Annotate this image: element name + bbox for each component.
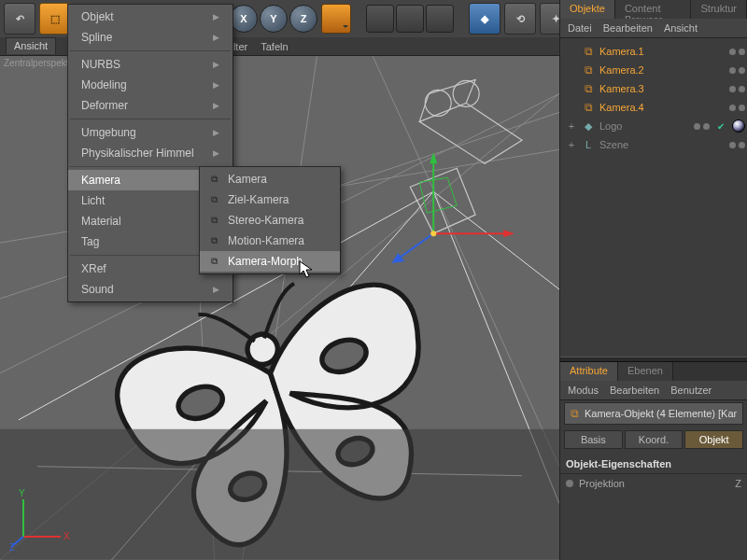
prop-bullet-icon [566,480,573,487]
svg-rect-26 [0,429,559,560]
attr-tab-basis[interactable]: Basis [564,430,623,449]
tree-item-label: Szene [599,139,726,150]
material-tag-icon[interactable] [732,119,745,133]
visibility-dots[interactable] [729,105,745,111]
prop-projektion-row: Projektion Z [560,474,747,493]
obj-menu-bearbeiten[interactable]: Bearbeiten [603,22,653,34]
render-view-button[interactable] [366,5,394,33]
attr-header: ⧉ Kamera-Objekt (4 Elemente) [Kamera] [564,402,743,425]
axis-gizmo: X Y Z [9,485,75,551]
camera-icon: ⧉ [581,101,596,114]
camera-icon: ⧉ [205,254,222,269]
visibility-dots[interactable] [729,49,745,55]
camera-icon: ⧉ [581,45,596,58]
attr-menu-benutzer[interactable]: Benutzer [670,385,712,396]
camera-icon: ⧉ [205,172,222,187]
object-tree[interactable]: ⧉Kamera.1⧉Kamera.2⧉Kamera.3⧉Kamera.4+◆Lo… [560,38,747,158]
axis-x-button[interactable]: X [230,5,258,33]
menu-item-nurbs[interactable]: NURBS▶ [68,54,233,75]
attr-section-title: Objekt-Eigenschaften [560,455,747,474]
prop-projektion-label: Projektion [579,478,625,489]
tree-item-label: Kamera.4 [599,102,726,113]
menu-item-modeling[interactable]: Modeling▶ [68,75,233,95]
attr-menubar: Modus Bearbeiten Benutzer [560,381,747,400]
expand-toggle[interactable]: + [566,120,577,132]
tool-live-select[interactable]: ⬚ [39,3,71,35]
object-manager-tabs: Objekte Content Browser Struktur [560,0,747,19]
visibility-dots[interactable] [729,67,745,74]
snap-button[interactable]: ⟲ [504,3,536,35]
render-settings-button[interactable] [396,5,424,33]
camera-icon: ⧉ [581,63,596,77]
right-panel: Objekte Content Browser Struktur Datei B… [559,0,747,560]
visibility-dots[interactable] [729,142,745,148]
svg-point-20 [430,231,436,236]
camera-icon: ⧉ [571,407,579,420]
submenu-item-kamera[interactable]: ⧉Kamera [200,169,340,189]
camera-icon: ⧉ [581,82,596,95]
viewport-tab-ansicht[interactable]: Ansicht [6,37,56,54]
attr-subtabs: Basis Koord. Objekt [564,430,743,449]
tab-struktur[interactable]: Struktur [691,0,747,19]
tab-content-browser[interactable]: Content Browser [615,0,692,19]
svg-point-12 [425,90,451,116]
primitive-cube-button[interactable] [321,4,351,34]
viewport-menu-tafeln[interactable]: Tafeln [261,41,288,52]
tab-attribute[interactable]: Attribute [560,362,618,381]
tree-item-label: Kamera.3 [599,83,726,94]
obj-menu-datei[interactable]: Datei [568,22,592,34]
scene-icon: L [581,138,596,151]
submenu-item-stereo-kamera[interactable]: ⧉Stereo-Kamera [200,210,340,231]
attr-menu-modus[interactable]: Modus [568,385,599,396]
menu-item-objekt[interactable]: Objekt▶ [68,7,233,27]
check-icon: ✔ [717,121,725,132]
axis-y-label: Y [19,488,25,498]
tab-objekte[interactable]: Objekte [560,0,615,19]
tree-row-kamera-2[interactable]: ⧉Kamera.2 [562,61,745,79]
tree-row-szene[interactable]: +LSzene [562,135,745,154]
attribute-manager: Attribute Ebenen Modus Bearbeiten Benutz… [560,362,747,561]
prop-projektion-value[interactable]: Z [735,478,741,489]
axis-z-label: Z [9,542,15,551]
submenu-item-ziel-kamera[interactable]: ⧉Ziel-Kamera [200,189,340,210]
menu-item-sound[interactable]: Sound▶ [68,279,233,300]
visibility-dots[interactable] [729,86,745,92]
axis-z-button[interactable]: Z [289,5,317,33]
menu-item-deformer[interactable]: Deformer▶ [68,95,233,116]
axis-x-label: X [63,531,70,541]
polygon-tool-button[interactable]: ◆ [469,3,500,35]
tree-row-kamera-3[interactable]: ⧉Kamera.3 [562,79,745,98]
tree-item-label: Kamera.1 [599,46,726,57]
camera-icon: ⧉ [205,213,222,228]
attr-menu-bearbeiten[interactable]: Bearbeiten [610,385,659,396]
axis-y-button[interactable]: Y [260,5,288,33]
tree-row-kamera-4[interactable]: ⧉Kamera.4 [562,98,745,117]
attr-header-label: Kamera-Objekt (4 Elemente) [Kamera] [585,408,737,419]
menu-item-umgebung[interactable]: Umgebung▶ [68,122,233,143]
menu-item-physikalischer-himmel[interactable]: Physikalischer Himmel▶ [68,143,233,163]
attr-tab-objekt[interactable]: Objekt [684,430,743,449]
object-manager-menubar: Datei Bearbeiten Ansicht [560,19,747,38]
menu-item-spline[interactable]: Spline▶ [68,27,233,48]
submenu-item-motion-kamera[interactable]: ⧉Motion-Kamera [200,231,340,251]
svg-line-18 [401,233,433,257]
attr-tab-koord[interactable]: Koord. [625,430,684,449]
undo-button[interactable]: ↶ [4,3,35,35]
kamera-submenu[interactable]: ⧉Kamera⧉Ziel-Kamera⧉Stereo-Kamera⧉Motion… [199,166,341,274]
visibility-dots[interactable] [694,123,710,130]
tree-row-kamera-1[interactable]: ⧉Kamera.1 [562,42,745,61]
tab-ebenen[interactable]: Ebenen [618,362,673,381]
submenu-item-kamera-morph[interactable]: ⧉Kamera-Morph [200,251,340,272]
render-queue-button[interactable] [426,5,454,33]
obj-menu-ansicht[interactable]: Ansicht [664,22,698,34]
camera-icon: ⧉ [205,233,222,248]
expand-toggle[interactable]: + [566,139,577,150]
camera-icon: ⧉ [205,192,222,207]
axis-lock-group: X Y Z [230,5,317,33]
null-icon: ◆ [581,119,596,133]
tree-item-label: Logo [599,120,690,132]
tree-item-label: Kamera.2 [599,64,726,76]
svg-marker-15 [503,230,514,237]
tree-row-logo[interactable]: +◆Logo✔ [562,117,745,135]
